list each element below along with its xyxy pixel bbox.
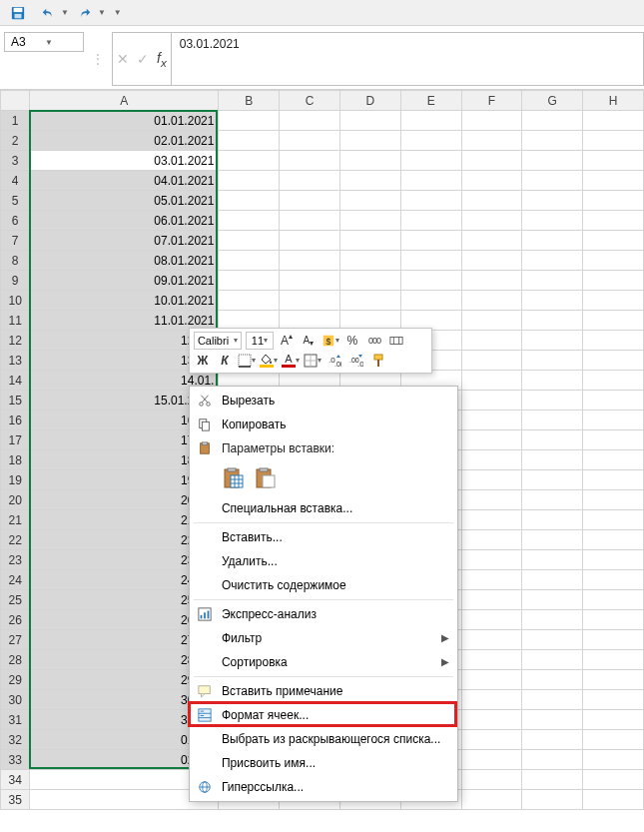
- row-header[interactable]: 4: [1, 171, 30, 191]
- cell[interactable]: 01.01.2021: [30, 111, 219, 131]
- cell[interactable]: [522, 650, 583, 670]
- column-header-E[interactable]: E: [400, 91, 461, 111]
- merge-center-button[interactable]: [387, 332, 405, 350]
- row-header[interactable]: 30: [1, 690, 30, 710]
- cell[interactable]: [340, 151, 401, 171]
- cell[interactable]: [522, 730, 583, 750]
- name-box[interactable]: A3 ▼: [4, 32, 84, 52]
- cell[interactable]: [219, 251, 280, 271]
- cell[interactable]: [280, 291, 340, 311]
- cell[interactable]: [461, 630, 522, 650]
- ctx-define-name[interactable]: Присвоить имя...: [190, 751, 457, 775]
- cell[interactable]: 06.01.2021: [30, 211, 219, 231]
- cell[interactable]: [522, 690, 583, 710]
- increase-font-button[interactable]: A▴: [278, 332, 296, 350]
- cell[interactable]: [522, 570, 583, 590]
- cell[interactable]: [461, 171, 522, 191]
- cell[interactable]: [400, 271, 461, 291]
- select-all-corner[interactable]: [1, 91, 30, 111]
- column-header-B[interactable]: B: [219, 91, 280, 111]
- cell[interactable]: [461, 151, 522, 171]
- cell[interactable]: 10.01.2021: [30, 291, 219, 311]
- undo-dropdown[interactable]: ▼: [61, 8, 69, 17]
- redo-button[interactable]: [71, 2, 99, 24]
- cell[interactable]: [461, 271, 522, 291]
- decrease-decimal-button[interactable]: .00.0: [347, 352, 365, 370]
- row-header[interactable]: 17: [1, 430, 30, 450]
- cell[interactable]: [340, 171, 401, 191]
- cell[interactable]: [461, 371, 522, 391]
- cell[interactable]: [522, 111, 583, 131]
- cell[interactable]: [583, 610, 644, 630]
- cell[interactable]: [280, 111, 340, 131]
- cell[interactable]: [583, 311, 644, 331]
- cell[interactable]: 03.01.2021: [30, 151, 219, 171]
- ctx-delete[interactable]: Удалить...: [190, 549, 457, 573]
- font-size-dropdown[interactable]: 11 ▾: [246, 332, 274, 350]
- cell[interactable]: [583, 750, 644, 770]
- cell[interactable]: [280, 251, 340, 271]
- cell[interactable]: [461, 650, 522, 670]
- cell[interactable]: [583, 371, 644, 391]
- ctx-filter[interactable]: Фильтр ▶: [190, 626, 457, 650]
- decrease-font-button[interactable]: A▾: [300, 332, 318, 350]
- cell[interactable]: [583, 111, 644, 131]
- cell[interactable]: [461, 690, 522, 710]
- fill-color-dropdown[interactable]: ▾: [260, 352, 278, 370]
- row-header[interactable]: 26: [1, 610, 30, 630]
- cell[interactable]: [461, 311, 522, 331]
- cell[interactable]: [583, 331, 644, 351]
- ctx-pick-from-list[interactable]: Выбрать из раскрывающегося списка...: [190, 727, 457, 751]
- percent-style-button[interactable]: %: [343, 332, 361, 350]
- comma-style-button[interactable]: 000: [365, 332, 383, 350]
- bold-button[interactable]: Ж: [194, 352, 212, 370]
- ctx-copy[interactable]: Копировать: [190, 413, 457, 436]
- row-header[interactable]: 15: [1, 391, 30, 411]
- cell[interactable]: [522, 231, 583, 251]
- cell[interactable]: [522, 430, 583, 450]
- cell[interactable]: [522, 271, 583, 291]
- paste-option-default[interactable]: [220, 464, 248, 492]
- cell[interactable]: [522, 171, 583, 191]
- cell[interactable]: [219, 131, 280, 151]
- cell[interactable]: [522, 490, 583, 510]
- cell[interactable]: [583, 790, 644, 810]
- cell[interactable]: [583, 510, 644, 530]
- cell[interactable]: [522, 530, 583, 550]
- cell[interactable]: [219, 231, 280, 251]
- cell[interactable]: [583, 271, 644, 291]
- column-header-H[interactable]: H: [583, 91, 644, 111]
- row-header[interactable]: 19: [1, 470, 30, 490]
- cell[interactable]: [461, 510, 522, 530]
- qat-customize-dropdown[interactable]: ▼: [114, 8, 122, 17]
- column-header-A[interactable]: A: [30, 91, 219, 111]
- cell[interactable]: [461, 450, 522, 470]
- cell[interactable]: [461, 710, 522, 730]
- row-header[interactable]: 10: [1, 291, 30, 311]
- font-name-dropdown[interactable]: Calibri ▾: [194, 332, 242, 350]
- cell[interactable]: [583, 710, 644, 730]
- cell[interactable]: [219, 111, 280, 131]
- cell[interactable]: [219, 191, 280, 211]
- row-header[interactable]: 22: [1, 530, 30, 550]
- cell[interactable]: 09.01.2021: [30, 271, 219, 291]
- cell[interactable]: [461, 530, 522, 550]
- cell[interactable]: [522, 251, 583, 271]
- row-header[interactable]: 12: [1, 331, 30, 351]
- cell[interactable]: [461, 590, 522, 610]
- cell[interactable]: 02.01.2021: [30, 131, 219, 151]
- cell[interactable]: [522, 610, 583, 630]
- cell[interactable]: [522, 391, 583, 411]
- increase-decimal-button[interactable]: .0.00: [325, 352, 343, 370]
- cell[interactable]: [461, 490, 522, 510]
- cell[interactable]: [583, 291, 644, 311]
- cell[interactable]: [280, 131, 340, 151]
- insert-function-button[interactable]: fx: [157, 50, 167, 69]
- cell[interactable]: [461, 291, 522, 311]
- cell[interactable]: [583, 351, 644, 371]
- row-header[interactable]: 18: [1, 450, 30, 470]
- cell[interactable]: [340, 191, 401, 211]
- formula-bar[interactable]: 03.01.2021: [172, 33, 643, 85]
- cell[interactable]: [522, 131, 583, 151]
- cell[interactable]: [400, 151, 461, 171]
